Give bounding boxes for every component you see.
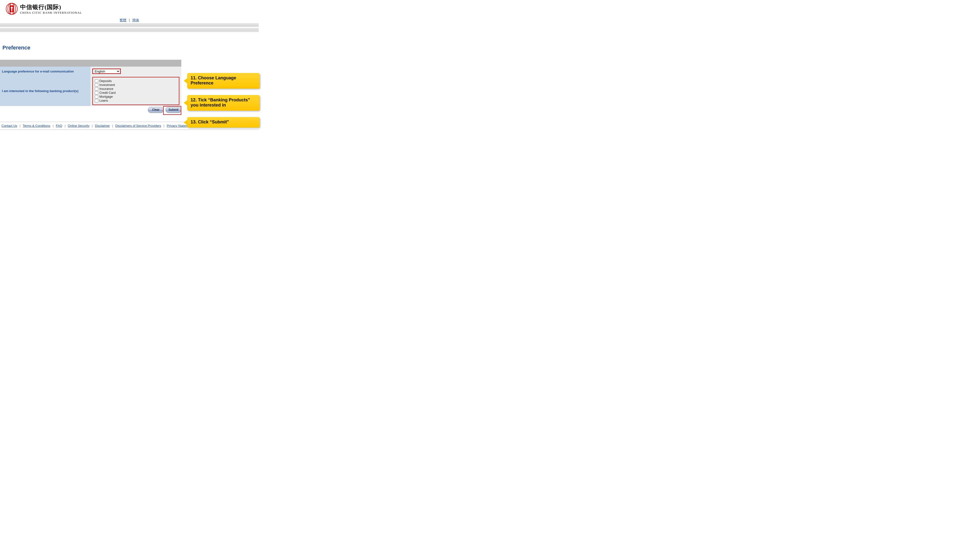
product-label: Investment (99, 83, 115, 87)
product-row[interactable]: Credit Card (95, 91, 177, 95)
checkbox-deposits[interactable] (95, 79, 98, 83)
divider-bar (0, 24, 259, 27)
product-label: Mortgage (99, 95, 113, 98)
footer-disclaimer[interactable]: Disclaimer (95, 124, 110, 128)
product-row[interactable]: Insurance (95, 87, 177, 91)
callout-step-13: 13. Click “Submit" (187, 117, 260, 128)
language-switcher: 繁體 | 簡体 (0, 18, 259, 22)
product-row[interactable]: Deposits (95, 79, 177, 83)
footer-online-security[interactable]: Online Security (68, 124, 89, 128)
checkbox-insurance[interactable] (95, 87, 98, 91)
header: 中信银行(国际) CHINA CITIC BANK INTERNATIONAL … (0, 0, 353, 24)
checkbox-loans[interactable] (95, 99, 98, 102)
product-label: Deposits (99, 79, 112, 83)
section-header-bar (0, 60, 181, 67)
checkbox-mortgage[interactable] (95, 95, 98, 98)
language-select[interactable]: English (93, 69, 120, 73)
svg-point-4 (11, 6, 13, 9)
banking-products-label: I am interested in the following banking… (0, 76, 91, 106)
product-label: Credit Card (99, 91, 115, 95)
language-preference-label: Language preference for e-mail communica… (0, 67, 91, 76)
product-row[interactable]: Mortgage (95, 95, 177, 98)
svg-rect-5 (11, 8, 12, 11)
logo-icon (6, 3, 18, 15)
language-select-highlight: English (92, 68, 121, 74)
callout-step-12: 12. Tick “Banking Products” you interest… (187, 95, 260, 111)
form-buttons: Clear Submit (0, 107, 181, 113)
product-row[interactable]: Loans (95, 99, 177, 102)
preference-table: Language preference for e-mail communica… (0, 67, 181, 106)
footer-service-providers[interactable]: Disclaimers of Service Providers (115, 124, 161, 128)
checkbox-credit-card[interactable] (95, 91, 98, 95)
bank-logo: 中信银行(国际) CHINA CITIC BANK INTERNATIONAL (6, 3, 82, 15)
banking-products-highlight: Deposits Investment Insurance Credi (92, 77, 179, 105)
logo-text-cn: 中信银行(国际) (20, 3, 82, 11)
lang-separator: | (129, 18, 130, 22)
callout-step-11: 11. Choose Language Preference (187, 73, 260, 89)
clear-button[interactable]: Clear (148, 107, 164, 113)
main-content: Preference Language preference for e-mai… (0, 44, 259, 113)
submit-button[interactable]: Submit (165, 107, 181, 113)
checkbox-investment[interactable] (95, 83, 98, 87)
divider-bar (0, 29, 259, 32)
logo-text-en: CHINA CITIC BANK INTERNATIONAL (20, 11, 82, 15)
product-label: Loans (99, 99, 108, 102)
footer-terms[interactable]: Terms & Conditions (23, 124, 51, 128)
product-label: Insurance (99, 87, 113, 91)
page-title: Preference (2, 44, 259, 51)
footer-faq[interactable]: FAQ (56, 124, 62, 128)
product-row[interactable]: Investment (95, 83, 177, 87)
lang-traditional-link[interactable]: 繁體 (119, 18, 126, 22)
lang-simplified-link[interactable]: 簡体 (132, 18, 139, 22)
footer-contact-us[interactable]: Contact Us (2, 124, 17, 128)
